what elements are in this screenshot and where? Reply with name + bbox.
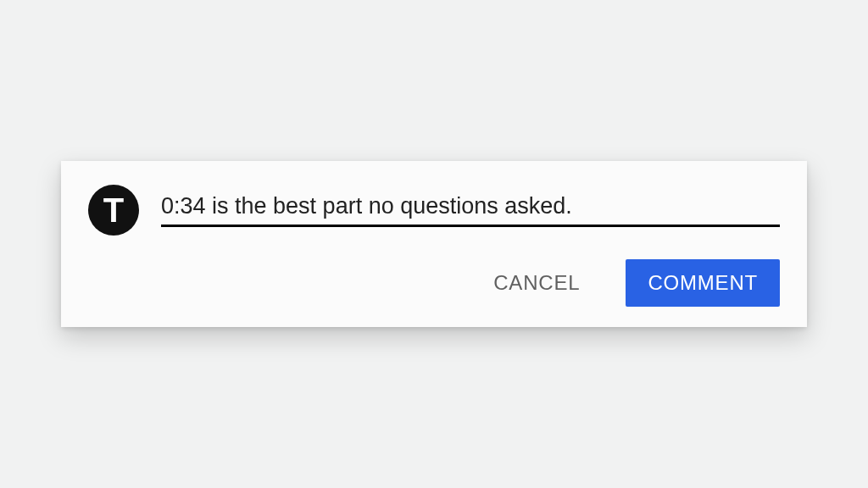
- comment-input-row: T: [88, 185, 780, 236]
- avatar-letter: T: [103, 193, 124, 227]
- comment-actions: CANCEL COMMENT: [88, 259, 780, 307]
- stage: T CANCEL COMMENT: [0, 0, 868, 488]
- comment-input-wrap: [161, 193, 780, 227]
- cancel-button[interactable]: CANCEL: [471, 259, 602, 307]
- comment-input[interactable]: [161, 193, 780, 219]
- comment-compose-box: T CANCEL COMMENT: [61, 161, 807, 327]
- avatar[interactable]: T: [88, 185, 139, 236]
- comment-button[interactable]: COMMENT: [626, 259, 780, 307]
